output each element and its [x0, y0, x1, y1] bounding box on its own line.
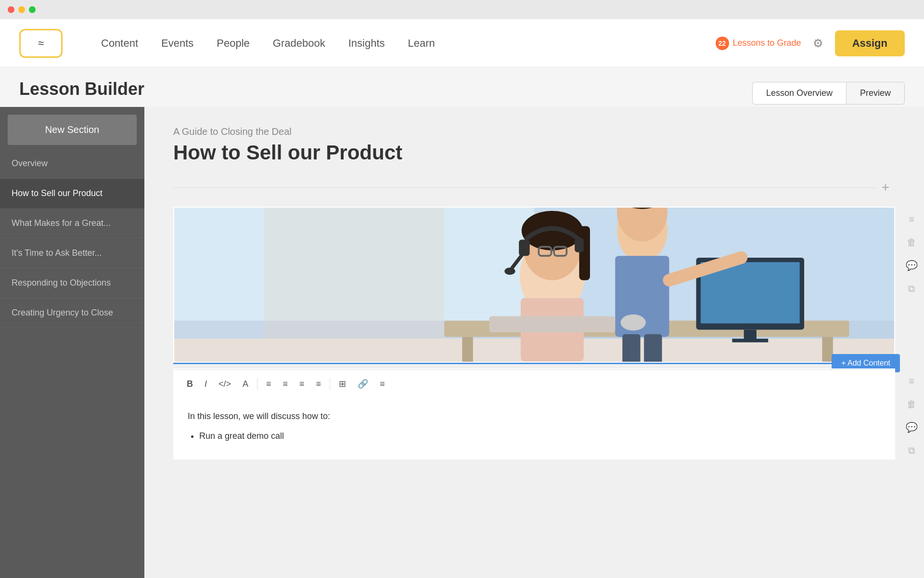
navbar: ≈ Content Events People Gradebook Insigh…	[0, 19, 924, 67]
sidebar-item-what-makes[interactable]: What Makes for a Great...	[0, 209, 144, 238]
sidebar-item-overview[interactable]: Overview	[0, 149, 144, 179]
comment-icon[interactable]: 💬	[904, 258, 919, 273]
divider-line	[173, 187, 876, 188]
nav-content[interactable]: Content	[101, 37, 138, 50]
accent-line	[173, 363, 895, 364]
sidebar: New Section Overview How to Sell our Pro…	[0, 107, 144, 578]
nav-gradebook[interactable]: Gradebook	[273, 37, 325, 50]
delete-icon[interactable]: 🗑	[904, 235, 919, 250]
image-block-wrapper: ≡ 🗑 💬 ⧉ + Add Content ≡ Text	[173, 207, 895, 365]
logo[interactable]: ≈	[19, 29, 63, 58]
editor-area: A Guide to Closing the Deal How to Sell …	[144, 107, 924, 578]
italic-button[interactable]: I	[200, 376, 212, 392]
text-copy-icon[interactable]: ⧉	[904, 443, 919, 458]
sidebar-item-urgency[interactable]: Creating Urgency to Close	[0, 298, 144, 328]
nav-events[interactable]: Events	[161, 37, 193, 50]
lesson-title: How to Sell our Product	[173, 141, 895, 164]
lessons-to-grade[interactable]: 22 Lessons to Grade	[716, 37, 801, 50]
lessons-count: 22	[716, 37, 729, 50]
sidebar-item-how-to-sell[interactable]: How to Sell our Product	[0, 179, 144, 209]
svg-rect-5	[462, 337, 473, 362]
block-actions: ≡ 🗑 💬 ⧉	[904, 208, 919, 300]
nav-insights[interactable]: Insights	[348, 37, 385, 50]
svg-point-31	[621, 315, 646, 331]
text-content-block: B I </> A ≡ ≡ ≡ ≡ ⊞ 🔗 ≡ In this lesson,	[173, 368, 895, 460]
nav-people[interactable]: People	[217, 37, 250, 50]
drag-handle-icon[interactable]: ≡	[904, 211, 919, 227]
nav-links: Content Events People Gradebook Insights…	[101, 37, 716, 50]
svg-point-29	[504, 267, 515, 275]
ordered-list-button[interactable]: ≡	[278, 376, 293, 392]
content-area: New Section Overview How to Sell our Pro…	[0, 107, 924, 578]
toolbar-sep-2	[330, 378, 330, 390]
titlebar	[0, 0, 924, 19]
image-content-block: ≡ 🗑 💬 ⧉	[173, 207, 895, 363]
text-drag-handle-icon[interactable]: ≡	[904, 373, 919, 389]
page-title: Lesson Builder	[19, 79, 144, 107]
nav-right: 22 Lessons to Grade ⚙ Assign	[716, 30, 905, 56]
close-dot[interactable]	[8, 6, 14, 13]
svg-rect-26	[519, 240, 529, 256]
font-color-button[interactable]: A	[238, 376, 253, 392]
toolbar-sep-1	[257, 378, 257, 390]
text-content-area[interactable]: In this lesson, we will discuss how to: …	[174, 398, 894, 459]
maximize-dot[interactable]	[29, 6, 36, 13]
lesson-subtitle: A Guide to Closing the Deal	[173, 126, 895, 137]
more-button[interactable]: ≡	[375, 376, 390, 392]
outdent-button[interactable]: ≡	[311, 376, 326, 392]
indent-button[interactable]: ≡	[295, 376, 309, 392]
settings-button[interactable]: ⚙	[813, 37, 823, 50]
svg-rect-27	[575, 238, 584, 252]
header-buttons: Lesson Overview Preview	[752, 82, 905, 105]
text-delete-icon[interactable]: 🗑	[904, 396, 919, 412]
divider-row: +	[173, 180, 895, 195]
sidebar-item-ask-better[interactable]: It's Time to Ask Better...	[0, 238, 144, 268]
svg-rect-16	[622, 334, 640, 362]
unordered-list-button[interactable]: ≡	[261, 376, 276, 392]
svg-rect-10	[732, 339, 768, 342]
image-block	[174, 208, 894, 362]
bold-button[interactable]: B	[182, 376, 198, 392]
svg-rect-30	[489, 316, 616, 332]
text-intro: In this lesson, we will discuss how to:	[188, 409, 881, 423]
preview-button[interactable]: Preview	[846, 82, 905, 105]
assign-button[interactable]: Assign	[835, 30, 905, 56]
minimize-dot[interactable]	[18, 6, 25, 13]
lesson-overview-button[interactable]: Lesson Overview	[752, 82, 846, 105]
logo-icon: ≈	[38, 37, 44, 50]
table-button[interactable]: ⊞	[334, 376, 351, 392]
sidebar-item-objections[interactable]: Responding to Objections	[0, 268, 144, 298]
code-button[interactable]: </>	[214, 376, 236, 392]
add-content-button[interactable]: +	[876, 180, 895, 195]
nav-learn[interactable]: Learn	[408, 37, 435, 50]
copy-icon[interactable]: ⧉	[904, 281, 919, 296]
text-toolbar: B I </> A ≡ ≡ ≡ ≡ ⊞ 🔗 ≡	[174, 369, 894, 398]
svg-rect-32	[264, 208, 444, 339]
lesson-header: A Guide to Closing the Deal How to Sell …	[173, 126, 895, 164]
text-bullet-1: Run a great demo call	[199, 429, 881, 443]
new-section-button[interactable]: New Section	[8, 115, 137, 145]
page-header: Lesson Builder Lesson Overview Preview	[0, 67, 924, 107]
text-comment-icon[interactable]: 💬	[904, 420, 919, 435]
text-block-actions: ≡ 🗑 💬 ⧉	[904, 369, 919, 462]
svg-rect-17	[644, 334, 662, 362]
svg-rect-22	[579, 226, 590, 280]
link-button[interactable]: 🔗	[353, 376, 373, 392]
lessons-label: Lessons to Grade	[733, 38, 801, 48]
main-container: Lesson Builder Lesson Overview Preview N…	[0, 67, 924, 578]
